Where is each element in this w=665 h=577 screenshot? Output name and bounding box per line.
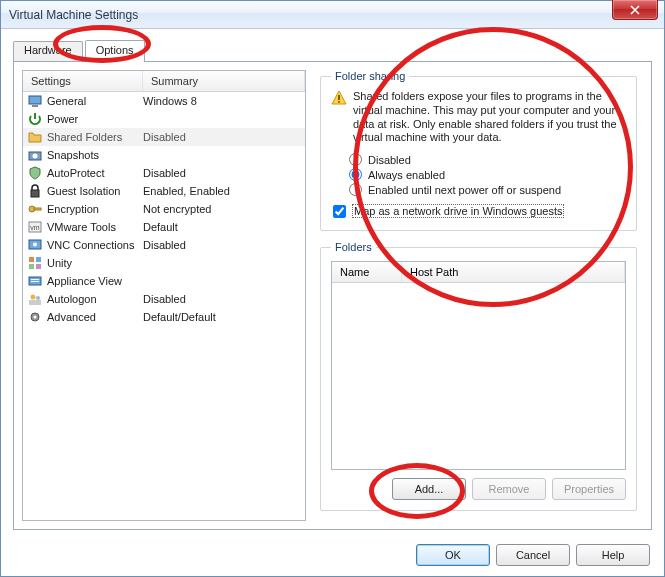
svg-rect-13 <box>29 264 34 269</box>
folders-list[interactable]: Name Host Path <box>331 261 626 470</box>
radio-disabled-input[interactable] <box>349 153 362 166</box>
settings-row-unity[interactable]: Unity <box>23 254 305 272</box>
close-icon <box>630 5 640 15</box>
titlebar: Virtual Machine Settings <box>1 1 664 29</box>
dialog-buttons: OK Cancel Help <box>1 536 664 576</box>
settings-row-general[interactable]: GeneralWindows 8 <box>23 92 305 110</box>
svg-rect-20 <box>29 300 41 305</box>
svg-point-19 <box>36 296 40 300</box>
svg-rect-14 <box>36 264 41 269</box>
settings-row-name: General <box>47 95 86 107</box>
settings-row-summary: Disabled <box>139 131 305 143</box>
help-button[interactable]: Help <box>576 544 650 566</box>
window-title: Virtual Machine Settings <box>9 8 138 22</box>
svg-point-22 <box>34 316 37 319</box>
tab-hardware[interactable]: Hardware <box>13 41 83 63</box>
folders-column-host[interactable]: Host Path <box>402 262 625 282</box>
check-map-label: Map as a network drive in Windows guests <box>352 204 564 218</box>
settings-row-name: VNC Connections <box>47 239 134 251</box>
svg-rect-11 <box>29 257 34 262</box>
settings-row-name: Encryption <box>47 203 99 215</box>
svg-rect-23 <box>338 95 340 100</box>
folder-sharing-legend: Folder sharing <box>331 70 409 82</box>
detail-pane: Folder sharing Shared folders expose you… <box>314 62 651 529</box>
radio-until-input[interactable] <box>349 183 362 196</box>
settings-row-autologon[interactable]: AutologonDisabled <box>23 290 305 308</box>
lock-icon <box>27 183 43 199</box>
svg-rect-6 <box>34 208 41 210</box>
warning-icon <box>331 90 347 106</box>
column-summary[interactable]: Summary <box>143 71 305 91</box>
camera-icon <box>27 147 43 163</box>
settings-list[interactable]: Settings Summary GeneralWindows 8PowerSh… <box>22 70 306 521</box>
check-map-input[interactable] <box>333 205 346 218</box>
folders-legend: Folders <box>331 241 376 253</box>
close-button[interactable] <box>612 0 658 20</box>
settings-row-name: Advanced <box>47 311 96 323</box>
settings-row-name: Appliance View <box>47 275 122 287</box>
svg-point-3 <box>33 154 38 159</box>
settings-row-snapshots[interactable]: Snapshots <box>23 146 305 164</box>
svg-rect-4 <box>31 190 39 197</box>
users-icon <box>27 291 43 307</box>
tab-options[interactable]: Options <box>85 40 145 62</box>
folders-group: Folders Name Host Path Add... Remove Pro… <box>320 241 637 511</box>
settings-row-vnc-connections[interactable]: VNC ConnectionsDisabled <box>23 236 305 254</box>
settings-row-appliance-view[interactable]: Appliance View <box>23 272 305 290</box>
svg-rect-0 <box>29 96 41 104</box>
settings-row-name: AutoProtect <box>47 167 104 179</box>
settings-row-name: Guest Isolation <box>47 185 120 197</box>
folder-sharing-warning: Shared folders expose your files to prog… <box>353 90 626 145</box>
settings-row-advanced[interactable]: AdvancedDefault/Default <box>23 308 305 326</box>
svg-rect-1 <box>32 105 38 107</box>
power-icon <box>27 111 43 127</box>
gear-icon <box>27 309 43 325</box>
settings-row-name: Power <box>47 113 78 125</box>
settings-row-shared-folders[interactable]: Shared FoldersDisabled <box>23 128 305 146</box>
check-map-network-drive[interactable]: Map as a network drive in Windows guests <box>333 204 626 218</box>
settings-row-vmware-tools[interactable]: vmVMware ToolsDefault <box>23 218 305 236</box>
folders-list-header: Name Host Path <box>332 262 625 283</box>
settings-list-header: Settings Summary <box>23 71 305 92</box>
settings-row-name: VMware Tools <box>47 221 116 233</box>
radio-always-input[interactable] <box>349 168 362 181</box>
settings-row-summary: Enabled, Enabled <box>139 185 305 197</box>
radio-always-enabled[interactable]: Always enabled <box>349 168 626 181</box>
column-settings[interactable]: Settings <box>23 71 143 91</box>
settings-row-name: Shared Folders <box>47 131 122 143</box>
properties-button: Properties <box>552 478 626 500</box>
settings-list-pane: Settings Summary GeneralWindows 8PowerSh… <box>14 62 314 529</box>
cancel-button[interactable]: Cancel <box>496 544 570 566</box>
settings-row-name: Autologon <box>47 293 97 305</box>
settings-row-power[interactable]: Power <box>23 110 305 128</box>
settings-row-summary: Disabled <box>139 239 305 251</box>
tab-body: Settings Summary GeneralWindows 8PowerSh… <box>13 61 652 530</box>
settings-row-guest-isolation[interactable]: Guest IsolationEnabled, Enabled <box>23 182 305 200</box>
vm-icon: vm <box>27 219 43 235</box>
add-button[interactable]: Add... <box>392 478 466 500</box>
settings-row-name: Snapshots <box>47 149 99 161</box>
monitor-icon <box>27 93 43 109</box>
remove-button: Remove <box>472 478 546 500</box>
radio-always-label: Always enabled <box>368 169 445 181</box>
settings-row-autoprotect[interactable]: AutoProtectDisabled <box>23 164 305 182</box>
ok-button[interactable]: OK <box>416 544 490 566</box>
svg-point-18 <box>31 295 36 300</box>
settings-row-encryption[interactable]: EncryptionNot encrypted <box>23 200 305 218</box>
folder-sharing-group: Folder sharing Shared folders expose you… <box>320 70 637 231</box>
key-icon <box>27 201 43 217</box>
radio-disabled[interactable]: Disabled <box>349 153 626 166</box>
folders-column-name[interactable]: Name <box>332 262 402 282</box>
radio-until-label: Enabled until next power off or suspend <box>368 184 561 196</box>
settings-row-summary: Not encrypted <box>139 203 305 215</box>
settings-row-name: Unity <box>47 257 72 269</box>
folder-icon <box>27 129 43 145</box>
appliance-icon <box>27 273 43 289</box>
svg-point-10 <box>33 243 37 247</box>
shield-icon <box>27 165 43 181</box>
vnc-icon <box>27 237 43 253</box>
radio-enabled-until[interactable]: Enabled until next power off or suspend <box>349 183 626 196</box>
radio-disabled-label: Disabled <box>368 154 411 166</box>
svg-text:vm: vm <box>30 224 40 231</box>
settings-row-summary: Disabled <box>139 167 305 179</box>
